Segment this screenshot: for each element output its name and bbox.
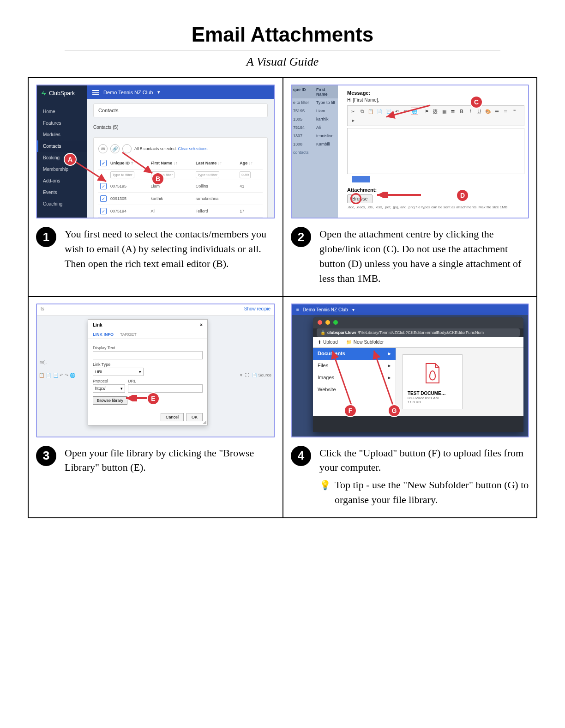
max-dot-icon[interactable] (333, 320, 338, 325)
file-item[interactable]: TEST DOCUME… 8/11/2022 0:21 AM 11.0 KB (403, 354, 463, 409)
step-4-text: Click the "Upload" button (F) to upload … (319, 446, 529, 508)
step-number-1: 1 (36, 227, 56, 247)
step-number-4: 4 (291, 446, 311, 466)
link-type-label: Link Type (93, 362, 203, 367)
cancel-button[interactable]: Cancel (161, 413, 184, 421)
step-1-cell: ClubSpark Home Features Modules Contacts… (28, 77, 282, 296)
table-row[interactable]: 75195Liam (292, 107, 338, 115)
italic-icon[interactable]: I (467, 108, 474, 115)
editor-body[interactable] (347, 128, 524, 174)
marker-c: C (471, 97, 482, 108)
red-circle-d-target (350, 193, 361, 204)
sidebar-item-features[interactable]: Features (37, 117, 87, 129)
step-2-text: Open the attachment centre by clicking t… (319, 227, 529, 286)
paste-icon[interactable]: 📋 (367, 108, 374, 115)
editor-toolbar: ✂ ⧉ 📋 📄 📃 ↶ ↷ 🌐 ⚑ 🖼 ▦ 〓 B (347, 105, 524, 126)
dialog-title: Link (93, 322, 102, 328)
club-name[interactable]: Demo Tennis NZ Club (303, 307, 348, 312)
resize-handle-icon[interactable] (203, 420, 206, 424)
display-text-input[interactable] (93, 351, 203, 359)
chevron-down-icon: ▾ (139, 370, 141, 374)
club-name[interactable]: Demo Tennis NZ Club (103, 90, 153, 95)
menu-icon[interactable]: ≡ (296, 307, 298, 312)
paste-icon[interactable]: 📋 (39, 373, 44, 378)
step-1-text: You first need to select the contacts/me… (65, 227, 275, 271)
globe-link-icon[interactable]: 🌐 (70, 373, 75, 378)
link-icon[interactable]: 🔗 (110, 144, 120, 153)
col-age[interactable]: Age ↓↑ (238, 157, 263, 170)
menu-icon[interactable] (92, 90, 99, 95)
paste-text-icon[interactable]: 📄 (376, 108, 383, 115)
mini-contacts-table: que IDFirst Name e to filterType to filt… (292, 85, 338, 218)
more-icon[interactable]: ▸ (349, 116, 357, 124)
filter-age[interactable]: 0-99 (240, 171, 251, 178)
new-subfolder-button[interactable]: 📁New Subfolder (344, 339, 386, 346)
ol-icon[interactable]: ☰ (493, 108, 500, 115)
browse-attachment-button[interactable]: Browse (347, 194, 373, 203)
table-row[interactable]: ✓ 0091305karthikramakrishna (98, 193, 263, 205)
underline-icon[interactable]: U (475, 108, 483, 115)
table-row[interactable]: 1307tennislive (292, 132, 338, 140)
step-3-text: Open your file library by clicking the "… (65, 446, 275, 475)
maximize-icon[interactable]: ⛶ (245, 373, 249, 377)
ul-icon[interactable]: ≣ (502, 108, 509, 115)
dropdown-icon[interactable]: ▾ (240, 373, 242, 377)
tab-target[interactable]: TARGET (120, 330, 137, 339)
link-type-select[interactable]: URL▾ (93, 368, 144, 376)
contacts-header: Contacts (93, 103, 268, 117)
arrow-d (375, 192, 426, 198)
close-icon[interactable]: × (200, 322, 203, 328)
sidebar-item-modules[interactable]: Modules (37, 129, 87, 140)
table-row[interactable]: 75194Ali (292, 123, 338, 132)
sidebar-item-events[interactable]: Events (37, 187, 87, 198)
undo-icon[interactable]: ↶ (60, 373, 63, 378)
row-checkbox[interactable]: ✓ (100, 195, 107, 202)
ok-button[interactable]: OK (186, 413, 203, 421)
address-bar[interactable]: 🔒 clubspark.kiwi/FileLibrary/TennisNZClu… (317, 328, 520, 337)
clear-selections-link[interactable]: Clear selections (178, 146, 208, 151)
protocol-select[interactable]: http://▾ (93, 384, 125, 393)
table-row[interactable]: 1308Kambili (292, 140, 338, 148)
color-icon[interactable]: 🎨 (484, 108, 492, 115)
close-dot-icon[interactable] (318, 320, 322, 325)
arrow-b (120, 150, 157, 178)
sidebar-item-home[interactable]: Home (37, 106, 87, 117)
copy-icon[interactable]: ⧉ (358, 108, 366, 115)
sidebar-item-coaching[interactable]: Coaching (37, 198, 87, 210)
email-icon[interactable]: ✉ (98, 144, 108, 153)
table-row[interactable]: 1305karthik (292, 115, 338, 123)
cut-icon[interactable]: ✂ (349, 108, 357, 115)
file-date: 8/11/2022 0:21 AM (408, 396, 457, 400)
redo-icon[interactable]: ↷ (65, 373, 68, 378)
bold-icon[interactable]: B (458, 108, 465, 115)
quote-icon[interactable]: ❞ (511, 108, 518, 115)
greeting-text: Hi [First Name], (347, 97, 524, 103)
pdf-icon (408, 359, 457, 387)
paste-word-icon[interactable]: 📃 (53, 373, 58, 378)
step-number-2: 2 (291, 227, 311, 247)
paste-text-icon[interactable]: 📄 (46, 373, 51, 378)
hr-icon[interactable]: 〓 (449, 108, 457, 115)
marker-g: G (389, 405, 400, 416)
step-3-cell: ts Show recipie ne], 📋 📄 📃 ↶ ↷ 🌐 ▾ ⛶ 📄 S… (28, 296, 282, 519)
table-icon[interactable]: ▦ (440, 108, 448, 115)
upload-button[interactable]: ⬆Upload (316, 339, 340, 346)
step-number-3: 3 (36, 446, 56, 466)
col-last-name[interactable]: Last Name ↓↑ (194, 157, 238, 170)
chevron-down-icon[interactable]: ▾ (352, 307, 355, 312)
show-recipients-link[interactable]: Show recipie (244, 306, 270, 313)
editor-tag (352, 176, 370, 182)
url-input[interactable] (128, 384, 203, 393)
tab-link-info[interactable]: LINK INFO (93, 330, 114, 339)
row-checkbox[interactable]: ✓ (100, 208, 107, 214)
chevron-down-icon[interactable]: ▾ (157, 89, 160, 95)
window-controls[interactable] (318, 320, 340, 326)
source-button[interactable]: 📄 Source (252, 373, 271, 377)
sidebar-item-contacts[interactable]: Contacts (37, 140, 87, 152)
min-dot-icon[interactable] (325, 320, 330, 325)
browse-library-button[interactable]: Browse library (93, 396, 127, 405)
message-label: Message: (347, 90, 524, 96)
filter-ln[interactable]: Type to filter (196, 171, 220, 178)
table-row[interactable]: ✓ 0075194AliTelford17 (98, 205, 263, 218)
table-row[interactable]: ✓ 0075195LiamCollins41 (98, 180, 263, 193)
